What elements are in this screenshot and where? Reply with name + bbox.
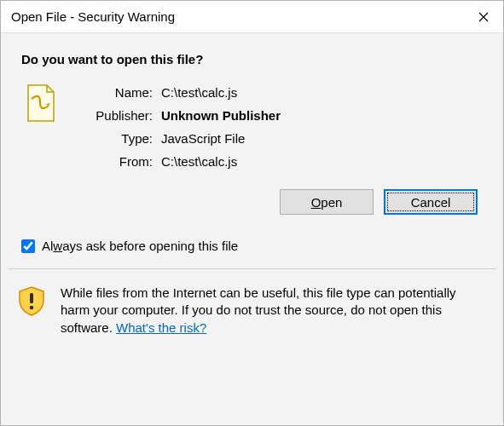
dialog-content: Do you want to open this file? Name: C:\…	[1, 33, 503, 425]
type-value: JavaScript File	[161, 131, 483, 146]
footer: While files from the Internet can be use…	[1, 269, 503, 352]
publisher-label: Publisher:	[76, 108, 153, 123]
main-heading: Do you want to open this file?	[1, 33, 503, 78]
publisher-value: Unknown Publisher	[161, 108, 483, 123]
name-label: Name:	[76, 85, 153, 100]
titlebar: Open File - Security Warning	[1, 1, 503, 33]
close-icon	[478, 12, 489, 22]
whats-the-risk-link[interactable]: What's the risk?	[116, 320, 206, 335]
from-label: From:	[76, 154, 153, 169]
footer-text: While files from the Internet can be use…	[61, 285, 486, 337]
always-ask-checkbox[interactable]	[21, 239, 35, 253]
button-row: Open Cancel	[1, 169, 503, 215]
type-label: Type:	[76, 131, 153, 146]
always-ask-label[interactable]: Always ask before opening this file	[42, 239, 238, 253]
from-value: C:\test\calc.js	[161, 154, 483, 169]
warning-shield-icon	[14, 285, 49, 317]
security-warning-dialog: Open File - Security Warning Do you want…	[0, 0, 504, 426]
close-button[interactable]	[464, 1, 503, 33]
window-title: Open File - Security Warning	[11, 9, 175, 24]
name-value: C:\test\calc.js	[161, 85, 483, 100]
cancel-button[interactable]: Cancel	[384, 189, 478, 215]
script-file-icon	[21, 83, 59, 169]
file-info-row: Name: C:\test\calc.js Publisher: Unknown…	[1, 78, 503, 169]
always-ask-row: Always ask before opening this file	[1, 215, 503, 268]
svg-rect-2	[30, 293, 33, 303]
svg-point-3	[30, 306, 34, 310]
file-details: Name: C:\test\calc.js Publisher: Unknown…	[76, 83, 483, 169]
open-button[interactable]: Open	[280, 189, 374, 215]
